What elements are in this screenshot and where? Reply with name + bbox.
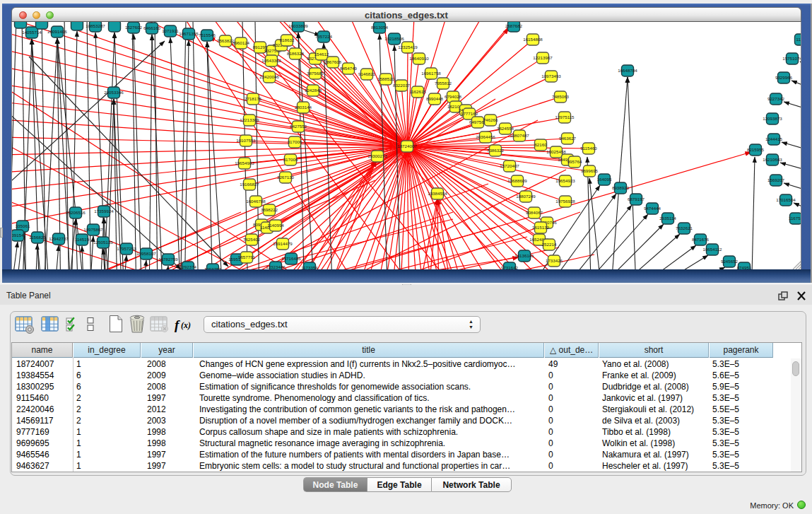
svg-text:1117: 1117 xyxy=(796,37,801,42)
svg-text:17359924: 17359924 xyxy=(94,209,114,214)
svg-text:874951: 874951 xyxy=(737,265,752,269)
svg-text:7515546: 7515546 xyxy=(199,33,216,37)
svg-text:1244415: 1244415 xyxy=(765,136,783,141)
svg-text:9731642: 9731642 xyxy=(501,265,519,269)
svg-text:39154: 39154 xyxy=(12,233,24,238)
svg-text:20364456: 20364456 xyxy=(476,134,495,139)
svg-text:16914479: 16914479 xyxy=(273,241,293,246)
svg-text:6879197: 6879197 xyxy=(628,197,645,201)
svg-text:7632621: 7632621 xyxy=(676,226,693,230)
svg-text:22420046: 22420046 xyxy=(259,74,279,79)
svg-text:9242848: 9242848 xyxy=(305,88,322,93)
svg-text:17016504: 17016504 xyxy=(776,197,796,202)
svg-text:8938923: 8938923 xyxy=(612,185,630,190)
svg-text:8960124: 8960124 xyxy=(233,40,250,45)
svg-text:8186328: 8186328 xyxy=(287,51,305,56)
svg-text:9699695: 9699695 xyxy=(581,168,599,173)
svg-text:16210643: 16210643 xyxy=(763,157,782,162)
svg-text:3875685: 3875685 xyxy=(307,71,324,76)
svg-text:1162615: 1162615 xyxy=(409,89,426,94)
svg-text:7386322: 7386322 xyxy=(487,148,505,153)
svg-text:1733426: 1733426 xyxy=(546,258,563,263)
svg-text:746266: 746266 xyxy=(483,117,498,122)
svg-text:12325419: 12325419 xyxy=(398,45,418,49)
svg-text:7625402: 7625402 xyxy=(243,237,261,242)
svg-text:1569207: 1569207 xyxy=(767,177,785,182)
svg-text:252214: 252214 xyxy=(542,242,557,247)
svg-text:7955812: 7955812 xyxy=(435,81,452,86)
svg-text:3267130: 3267130 xyxy=(277,175,295,180)
svg-text:10107553: 10107553 xyxy=(236,138,256,143)
svg-text:8454749: 8454749 xyxy=(340,66,358,71)
svg-text:16154808: 16154808 xyxy=(523,37,543,42)
svg-text:12975115: 12975115 xyxy=(555,115,575,119)
svg-text:20091406: 20091406 xyxy=(47,29,67,34)
svg-text:16033809: 16033809 xyxy=(288,23,308,28)
svg-text:1292374: 1292374 xyxy=(180,264,197,269)
svg-text:10025458: 10025458 xyxy=(546,149,566,154)
svg-text:9329966: 9329966 xyxy=(775,75,793,80)
svg-text:2718176: 2718176 xyxy=(245,96,262,101)
svg-text:19166827: 19166827 xyxy=(240,182,259,187)
svg-text:8322037: 8322037 xyxy=(393,83,411,88)
svg-text:1615132: 1615132 xyxy=(532,225,550,230)
svg-text:317006: 317006 xyxy=(283,157,298,162)
svg-text:10654112: 10654112 xyxy=(702,247,722,252)
svg-text:15751074: 15751074 xyxy=(782,56,801,61)
svg-text:19384554: 19384554 xyxy=(428,191,447,196)
svg-text:317006: 317006 xyxy=(288,139,302,144)
svg-text:10543362: 10543362 xyxy=(261,58,281,63)
svg-text:818632: 818632 xyxy=(280,37,295,42)
svg-text:12505135: 12505135 xyxy=(93,240,113,245)
svg-text:9463627: 9463627 xyxy=(559,136,577,141)
svg-text:10807487: 10807487 xyxy=(510,133,529,138)
svg-text:7357224: 7357224 xyxy=(315,34,333,39)
svg-text:154612: 154612 xyxy=(314,52,329,57)
svg-text:8215955: 8215955 xyxy=(747,147,765,152)
svg-text:14136141: 14136141 xyxy=(514,253,534,258)
svg-text:19218506: 19218506 xyxy=(384,36,404,41)
svg-text:15720407: 15720407 xyxy=(500,163,519,168)
svg-text:114519: 114519 xyxy=(75,237,90,242)
svg-text:9115460: 9115460 xyxy=(580,146,597,151)
svg-text:9227342: 9227342 xyxy=(767,96,785,101)
svg-text:6466160: 6466160 xyxy=(143,25,161,30)
svg-text:19300273: 19300273 xyxy=(367,153,387,158)
svg-text:1071911: 1071911 xyxy=(162,28,179,33)
svg-text:1173354: 1173354 xyxy=(301,265,318,269)
svg-text:19654923: 19654923 xyxy=(555,178,575,183)
svg-text:9474444: 9474444 xyxy=(644,206,661,211)
svg-text:335061: 335061 xyxy=(16,223,30,228)
svg-text:10958107: 10958107 xyxy=(136,251,156,256)
svg-text:20053346: 20053346 xyxy=(104,90,124,95)
svg-text:12942737: 12942737 xyxy=(49,236,69,241)
svg-text:995764: 995764 xyxy=(567,159,582,164)
svg-text:10853287: 10853287 xyxy=(86,23,105,28)
svg-text:15716485: 15716485 xyxy=(281,256,301,261)
svg-text:10975867: 10975867 xyxy=(83,227,103,232)
svg-text:1588520: 1588520 xyxy=(377,76,395,81)
svg-text:12213369: 12213369 xyxy=(240,117,259,122)
svg-text:2803144: 2803144 xyxy=(295,105,312,110)
svg-text:9777169: 9777169 xyxy=(461,111,478,116)
svg-text:9657791: 9657791 xyxy=(238,255,256,259)
svg-text:2935114: 2935114 xyxy=(659,216,676,221)
svg-text:8471676: 8471676 xyxy=(692,237,710,242)
svg-text:20206516: 20206516 xyxy=(66,210,86,215)
svg-text:16961758: 16961758 xyxy=(421,71,441,76)
svg-text:19654983: 19654983 xyxy=(235,160,254,165)
svg-text:10973493: 10973493 xyxy=(541,74,561,78)
svg-text:18640910: 18640910 xyxy=(409,56,429,61)
svg-text:12093873: 12093873 xyxy=(763,116,782,121)
svg-text:16046788: 16046788 xyxy=(246,199,266,204)
svg-text:3624554: 3624554 xyxy=(497,126,514,131)
svg-text:116753: 116753 xyxy=(789,216,801,221)
svg-text:8813054: 8813054 xyxy=(371,25,389,30)
svg-text:1140994: 1140994 xyxy=(267,223,284,228)
svg-text:164095: 164095 xyxy=(597,177,612,182)
svg-text:1093753: 1093753 xyxy=(204,267,222,269)
svg-text:1156829: 1156829 xyxy=(29,235,46,240)
svg-text:12323446: 12323446 xyxy=(266,264,286,269)
svg-text:1527602: 1527602 xyxy=(125,25,143,30)
svg-text:10671355: 10671355 xyxy=(179,31,199,36)
